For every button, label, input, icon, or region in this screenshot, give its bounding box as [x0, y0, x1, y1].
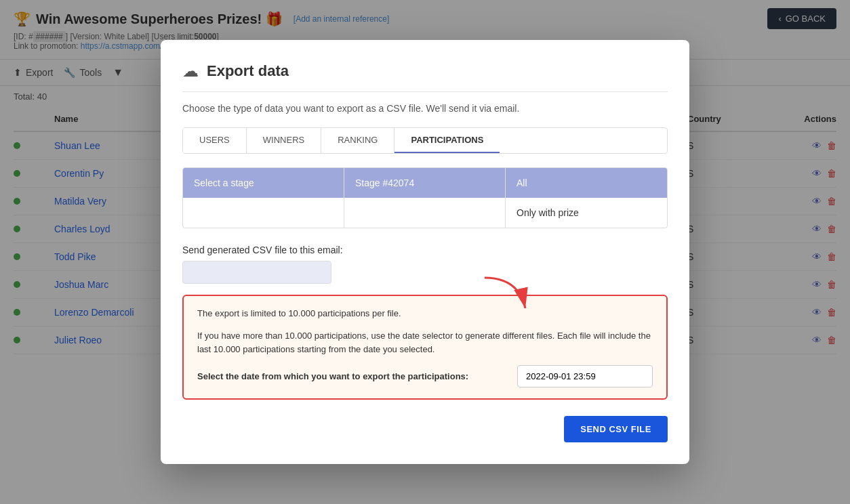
export-modal: ☁ Export data Choose the type of data yo…	[161, 40, 689, 464]
modal-title: Export data	[207, 62, 289, 80]
warning-text-1: The export is limited to 10.000 particip…	[197, 307, 653, 321]
filter-column: All Only with prize	[506, 168, 667, 228]
export-tabs: USERS WINNERS RANKING PARTICIPATIONS	[182, 127, 668, 154]
stage-value-column: Stage #42074	[344, 168, 506, 228]
email-section: Send generated CSV file to this email:	[182, 245, 668, 284]
tab-ranking[interactable]: RANKING	[321, 128, 394, 153]
options-grid: Select a stage Stage #42074 All Only wit…	[182, 167, 668, 228]
email-label: Send generated CSV file to this email:	[182, 245, 668, 255]
tab-winners[interactable]: WINNERS	[247, 128, 321, 153]
red-arrow-icon	[478, 274, 532, 315]
date-label: Select the date from which you want to e…	[197, 371, 468, 381]
tab-users[interactable]: USERS	[183, 128, 247, 153]
stage-42074-option[interactable]: Stage #42074	[344, 168, 505, 198]
date-input[interactable]	[517, 365, 653, 387]
stage-column: Select a stage	[183, 168, 344, 228]
warning-box: The export is limited to 10.000 particip…	[182, 295, 668, 400]
select-stage-option[interactable]: Select a stage	[183, 168, 344, 198]
date-selector-row: Select the date from which you want to e…	[197, 365, 653, 387]
warning-text-2: If you have more than 10.000 participati…	[197, 329, 653, 358]
only-with-prize-option[interactable]: Only with prize	[506, 198, 667, 228]
all-option[interactable]: All	[506, 168, 667, 198]
page-background: 🏆 Win Awesome Superheroes Prizes! 🎁 [Add…	[0, 0, 850, 504]
modal-footer: SEND CSV FILE	[182, 416, 668, 442]
modal-header: ☁ Export data	[182, 62, 668, 92]
email-input[interactable]	[182, 261, 331, 284]
modal-subtitle: Choose the type of data you want to expo…	[182, 103, 668, 114]
tab-participations[interactable]: PARTICIPATIONS	[394, 128, 500, 153]
send-csv-button[interactable]: SEND CSV FILE	[564, 416, 668, 442]
cloud-icon: ☁	[182, 62, 199, 81]
modal-overlay: ☁ Export data Choose the type of data yo…	[0, 0, 850, 504]
